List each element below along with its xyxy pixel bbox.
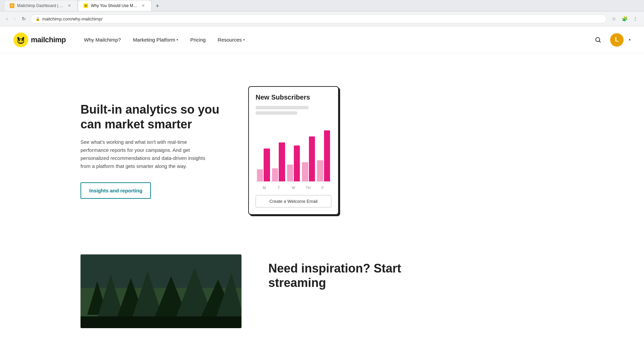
tab-1-favicon: M [10, 3, 14, 8]
insights-reporting-button[interactable]: Insights and reporting [80, 182, 151, 199]
search-button[interactable] [591, 33, 605, 47]
bar-w-light [287, 165, 293, 181]
bottom-heading: Need inspiration? Start streaming [268, 261, 401, 290]
bar-f-light [317, 160, 323, 181]
forest-illustration [80, 254, 241, 328]
bar-th-light [302, 162, 308, 181]
chart-bars [256, 121, 331, 182]
axis-label-w: W [286, 186, 301, 190]
axis-label-f: F [315, 186, 330, 190]
nav-why-mailchimp[interactable]: Why Mailchimp? [79, 34, 125, 45]
address-text: mailchimp.com/why-mailchimp/ [42, 16, 103, 21]
axis-label-th: TH [301, 186, 316, 190]
bar-group-f [317, 121, 330, 181]
tab-2-close[interactable]: ✕ [141, 3, 146, 8]
bottom-heading-line2: streaming [268, 276, 326, 290]
nav-why-label: Why Mailchimp? [84, 37, 121, 43]
bar-group-m [257, 121, 270, 181]
browser-refresh-button[interactable]: ↻ [20, 15, 28, 22]
logo-link[interactable]: mailchimp [13, 33, 66, 47]
browser-controls: ‹ › ↻ [4, 15, 28, 22]
bookmark-icon[interactable]: ☆ [609, 14, 619, 23]
bar-group-th [302, 121, 315, 181]
nav-marketing-platform[interactable]: Marketing Platform ▾ [128, 34, 183, 45]
tab-2-title: Why You Should Use Mailchim... [91, 3, 138, 8]
bottom-heading-line1: Need inspiration? Start [268, 261, 401, 275]
chart-area [256, 121, 331, 182]
skeleton-line-2 [256, 111, 297, 115]
freddie-icon [13, 33, 28, 47]
user-avatar-button[interactable]: L [610, 33, 624, 47]
bottom-text: Need inspiration? Start streaming [268, 254, 401, 290]
bar-t-light [272, 168, 278, 181]
chart-axis-labels: M T W TH F [256, 186, 331, 190]
browser-chrome: M Mailchimp Dashboard | Teachi... ✕ M Wh… [0, 0, 644, 26]
svg-rect-18 [80, 316, 241, 328]
chart-card: New Subscribers [248, 86, 339, 215]
resources-chevron-icon: ▾ [243, 38, 245, 42]
new-tab-button[interactable]: + [153, 1, 162, 11]
bar-group-t [272, 121, 285, 181]
browser-actions: ☆ 🧩 ⋮ [609, 14, 640, 23]
nav-resources-label: Resources [218, 37, 242, 43]
content-left: Built-in analytics so you can market sma… [80, 102, 221, 198]
browser-tabs: M Mailchimp Dashboard | Teachi... ✕ M Wh… [0, 0, 644, 11]
chart-skeleton [256, 106, 331, 115]
tab-1[interactable]: M Mailchimp Dashboard | Teachi... ✕ [4, 0, 78, 11]
skeleton-line-1 [256, 106, 309, 109]
nav-right: L ▾ [591, 33, 631, 47]
search-icon [595, 37, 601, 43]
bar-f-dark [324, 130, 330, 181]
nav-pricing[interactable]: Pricing [185, 34, 210, 45]
bottom-image [80, 254, 241, 328]
axis-label-m: M [257, 186, 272, 190]
nav-links: Why Mailchimp? Marketing Platform ▾ Pric… [79, 34, 591, 45]
bar-th-dark [309, 136, 315, 181]
browser-forward-button[interactable]: › [12, 15, 17, 22]
section-body: See what's working and what isn't with r… [80, 138, 208, 170]
create-welcome-email-button[interactable]: Create a Welcome Email [256, 195, 331, 207]
axis-label-t: T [272, 186, 286, 190]
bar-m-light [257, 169, 263, 181]
extensions-icon[interactable]: 🧩 [620, 14, 629, 23]
section-heading: Built-in analytics so you can market sma… [80, 102, 221, 131]
site-nav: mailchimp Why Mailchimp? Marketing Platf… [0, 26, 644, 53]
main-content: Built-in analytics so you can market sma… [0, 53, 644, 248]
browser-back-button[interactable]: ‹ [4, 15, 10, 22]
bar-w-dark [294, 145, 300, 181]
menu-icon[interactable]: ⋮ [631, 14, 640, 23]
tab-2[interactable]: M Why You Should Use Mailchim... ✕ [78, 0, 152, 11]
nav-marketing-label: Marketing Platform [133, 37, 175, 43]
tab-1-title: Mailchimp Dashboard | Teachi... [17, 3, 64, 8]
logo-text: mailchimp [31, 36, 66, 44]
nav-resources[interactable]: Resources ▾ [213, 34, 250, 45]
marketing-chevron-icon: ▾ [176, 38, 178, 42]
tab-1-close[interactable]: ✕ [67, 3, 72, 8]
lock-icon: 🔒 [36, 17, 40, 21]
nav-pricing-label: Pricing [190, 37, 206, 43]
address-bar[interactable]: 🔒 mailchimp.com/why-mailchimp/ [31, 14, 606, 23]
chart-title: New Subscribers [256, 94, 331, 101]
bar-group-w [287, 121, 300, 181]
bottom-section: Need inspiration? Start streaming [0, 248, 644, 348]
user-menu-chevron-icon[interactable]: ▾ [629, 38, 631, 42]
browser-toolbar: ‹ › ↻ 🔒 mailchimp.com/why-mailchimp/ ☆ 🧩… [0, 11, 644, 26]
bar-m-dark [264, 148, 270, 181]
bar-t-dark [279, 142, 285, 181]
tab-2-favicon: M [84, 3, 88, 8]
